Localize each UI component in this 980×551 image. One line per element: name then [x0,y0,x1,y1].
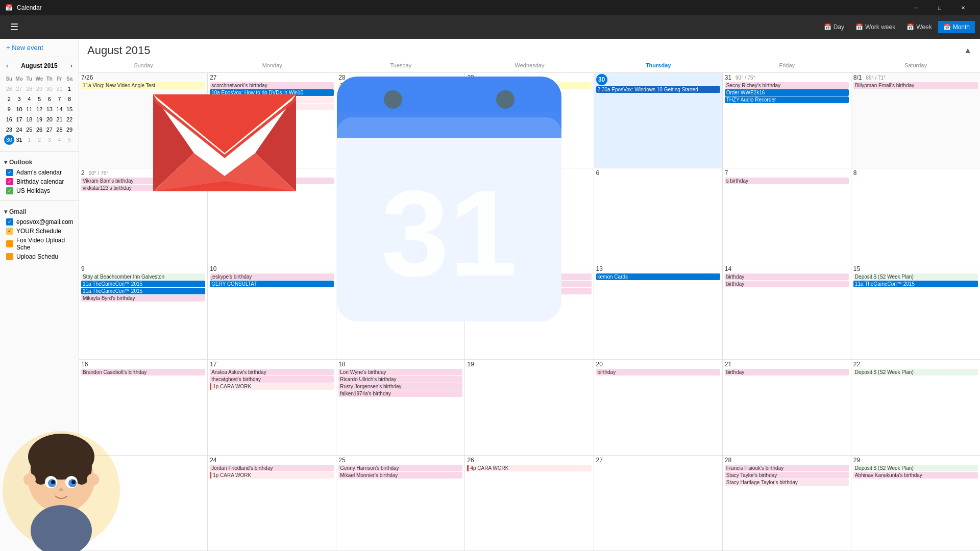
calendar-cell[interactable]: 6 [594,168,723,263]
calendar-cell[interactable]: 29Deposit $ (S2 Week Plan)Abhinav Kanuku… [851,456,980,550]
calendar-event[interactable]: birthday [467,281,591,287]
mini-cal-day[interactable]: 5 [64,135,75,145]
next-month-btn[interactable]: › [68,61,75,70]
mini-cal-day[interactable]: 3 [14,94,24,104]
calendar-cell[interactable]: 9Stay at Beachcomber Inn Galveston11a Th… [79,264,208,359]
calendar-cell[interactable]: 3190° / 75°Secoy Richey's birthdayOrder … [723,73,851,168]
menu-button[interactable]: ☰ [5,18,23,36]
outlook-group-header[interactable]: ▾ Outlook [4,157,75,168]
mini-cal-day[interactable]: 13 [44,104,55,114]
mini-cal-day[interactable]: 29 [34,84,44,94]
mini-cal-day[interactable]: 12 [34,104,44,114]
mini-cal-day[interactable]: 19 [34,114,44,124]
calendar-cell[interactable]: 12birthdaybirthdayhary's birthday [465,264,594,359]
calendar-event[interactable]: Billypman Email's birthday [853,82,978,89]
calendar-event[interactable]: 1p CARA WORK: Pickup/Dropoff [210,96,334,103]
mini-cal-day[interactable]: 22 [64,114,75,124]
calendar-event[interactable]: scorchnetwork's birthday [210,82,334,89]
workweek-view-btn[interactable]: 📅 Work week [850,21,900,33]
calendar-event[interactable]: falken1974a's birthday [338,390,462,397]
calendar-event[interactable]: Vikram Bam's birthday [81,178,205,184]
mini-cal-day[interactable]: 27 [44,124,55,135]
calendar-event[interactable]: Secoy Richey's birthday [725,82,849,89]
calendar-event[interactable]: Rusty Jorgensen's birthday [338,383,462,390]
calendar-cell[interactable]: 8 [851,168,980,263]
mini-cal-day[interactable]: 20 [44,114,55,124]
mini-cal-day[interactable]: 1 [24,135,34,145]
calendar-event[interactable]: kemon Cards [596,273,720,280]
calendar-cell[interactable]: 24Jordan Friedland's birthday1p CARA WOR… [208,456,336,550]
calendar-event[interactable]: Deposit $ (S2 Week Plan) [853,273,978,280]
mini-cal-day[interactable]: 2 [4,94,14,104]
minimize-btn[interactable]: ─ [904,0,928,15]
collapse-btn[interactable]: ▲ [964,46,972,55]
mini-cal-day[interactable]: 5 [34,94,44,104]
calendar-event[interactable]: 3p Vlog: Rain. [338,82,462,89]
calendar-event[interactable]: GERY CONSULTAT [210,281,334,287]
calendar-cell[interactable]: 13kemon Cards [594,264,723,359]
fox-video-item[interactable]: Fox Video Upload Sche [4,236,75,252]
gmail-group-header[interactable]: ▾ Gmail [4,206,75,217]
mini-cal-day[interactable]: 4 [55,135,65,145]
calendar-event[interactable]: birthday [210,178,334,184]
calendar-event[interactable]: 11a TheGameCon™ 2015 [81,281,205,287]
calendar-event[interactable]: hary's birthday [467,288,591,294]
mini-cal-day[interactable]: 11 [24,104,34,114]
calendar-cell[interactable]: 5 [465,168,594,263]
calendar-event[interactable]: Genny Harrison's birthday [338,465,462,471]
calendar-event[interactable]: THZY Audio Recorder [725,96,849,103]
calendar-cell[interactable]: 22Deposit $ (S2 Week Plan) [851,360,980,455]
calendar-cell[interactable]: 290° / 75°Vikram Bam's birthdayvikkstar1… [79,168,208,263]
calendar-cell[interactable]: 27scorchnetwork's birthday10a EposVox: H… [208,73,336,168]
mini-cal-day[interactable]: 31 [55,84,65,94]
calendar-cell[interactable]: 14birthdaybirthday [723,264,851,359]
week-view-btn[interactable]: 📅 Week [901,21,937,33]
mini-cal-day[interactable]: 26 [4,84,14,94]
mini-cal-day[interactable]: 28 [55,124,65,135]
prev-month-btn[interactable]: ‹ [4,61,10,70]
new-event-button[interactable]: + New event [0,39,79,57]
upload-schedule-item[interactable]: Upload Schedu [4,252,75,261]
month-view-btn[interactable]: 📅 Month [938,21,975,33]
close-btn[interactable]: ✕ [951,0,975,15]
your-schedule-item[interactable]: ✓ YOUR Schedule [4,227,75,236]
calendar-event[interactable]: 4p CARA WORK [467,465,591,471]
adams-calendar-item[interactable]: ✓ Adam's calendar [4,168,75,177]
mini-cal-day[interactable]: 21 [55,114,65,124]
calendar-event[interactable]: thecatghost's birthday [210,376,334,383]
calendar-event[interactable]: Francis Fisiouk's birthday [725,465,849,471]
mini-cal-day[interactable]: 15 [64,104,75,114]
maximize-btn[interactable]: □ [928,0,951,15]
mini-cal-day[interactable]: 18 [24,114,34,124]
calendar-cell[interactable]: 10jeskype's birthdayGERY CONSULTAT [208,264,336,359]
day-view-btn[interactable]: 📅 Day [819,21,849,33]
calendar-event[interactable]: birthday [725,281,849,287]
calendar-cell[interactable]: 17Anslea Askew's birthdaythecatghost's b… [208,360,336,455]
mini-cal-day[interactable]: 30 [44,84,55,94]
calendar-event[interactable]: 11a Vlog: New Video Angle Test [81,82,205,89]
calendar-cell[interactable]: 20birthday [594,360,723,455]
calendar-event[interactable]: birthday [467,273,591,280]
calendar-event[interactable]: 1p CARA WORK [210,383,334,390]
calendar-cell[interactable]: 283p Vlog: Rain. [336,73,465,168]
calendar-event[interactable]: 1p CARA WORK [210,472,334,479]
us-holidays-item[interactable]: ✓ US Holidays [4,186,75,195]
mini-cal-day[interactable]: 28 [24,84,34,94]
calendar-cell[interactable]: 11 [336,264,465,359]
calendar-cell[interactable]: 7/2611a Vlog: New Video Angle Test [79,73,208,168]
calendar-cell[interactable]: 16Brandon Casebolt's birthday [79,360,208,455]
calendar-event[interactable]: s birthday [725,178,849,184]
calendar-event[interactable]: Stacy Taylor's birthday [725,472,849,479]
calendar-event[interactable]: Stacy Hartlage Taylor's birthday [725,479,849,486]
mini-cal-day[interactable]: 23 [4,124,14,135]
mini-cal-day[interactable]: 7 [55,94,65,104]
calendar-event[interactable]: birthday [725,273,849,280]
mini-cal-day[interactable]: 6 [44,94,55,104]
mini-cal-day[interactable]: 9 [4,104,14,114]
calendar-event[interactable]: Abhinav Kanukunta's birthday [853,472,978,479]
mini-cal-day[interactable]: 17 [14,114,24,124]
calendar-cell[interactable]: 15Deposit $ (S2 Week Plan)11a TheGameCon… [851,264,980,359]
calendar-event[interactable]: 11a TheGameCon™ 2015 [81,288,205,294]
mini-cal-day[interactable]: 30 [4,135,14,145]
calendar-event[interactable]: 10a EposVox: How to rip DVDs in Win10 [210,89,334,96]
